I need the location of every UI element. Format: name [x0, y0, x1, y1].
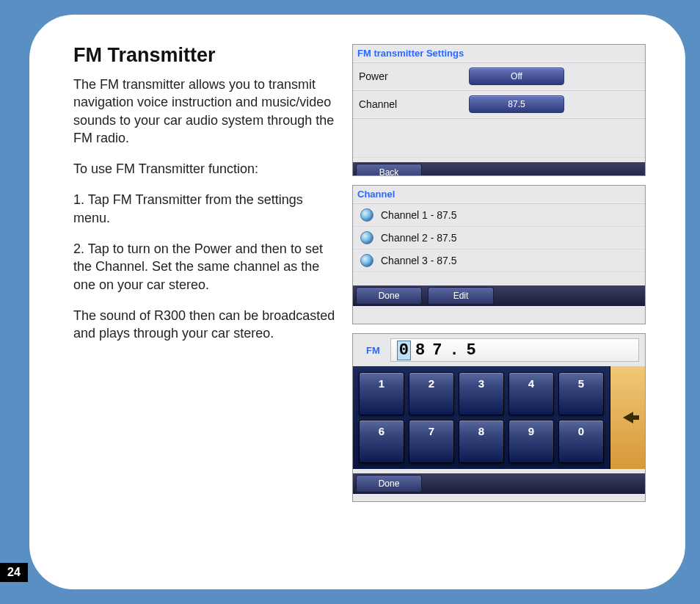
channel-item-label: Channel 1 - 87.5	[381, 209, 457, 221]
fm-settings-panel: FM transmitter Settings Power Off Channe…	[352, 44, 646, 176]
channel-item-label: Channel 3 - 87.5	[381, 255, 457, 266]
edit-button[interactable]: Edit	[428, 287, 494, 305]
keypad-bottom-bar: Done	[353, 473, 645, 494]
channel-label: Channel	[359, 98, 462, 110]
result-paragraph: The sound of R300 then can be broadcaste…	[73, 307, 338, 343]
done-button[interactable]: Done	[356, 287, 422, 305]
fm-settings-title: FM transmitter Settings	[353, 45, 645, 62]
key-3[interactable]: 3	[459, 372, 504, 415]
settings-bottom-bar: Back	[353, 162, 645, 176]
page-number: 24	[0, 563, 28, 582]
key-0[interactable]: 0	[558, 420, 604, 463]
key-2[interactable]: 2	[409, 372, 454, 415]
key-6[interactable]: 6	[359, 420, 404, 463]
instructions-lead: To use FM Transmitter function:	[73, 160, 338, 178]
radio-icon	[360, 208, 373, 222]
key-5[interactable]: 5	[558, 372, 604, 415]
channel-list-panel: Channel Channel 1 - 87.5 Channel 2 - 87.…	[352, 185, 646, 324]
backspace-button[interactable]	[610, 366, 645, 469]
step-1: 1. Tap FM Transmitter from the settings …	[73, 191, 338, 227]
key-4[interactable]: 4	[508, 372, 554, 415]
radio-icon	[360, 231, 373, 244]
radio-icon	[360, 254, 373, 267]
channel-list-title: Channel	[353, 186, 645, 203]
power-row: Power Off	[353, 63, 645, 90]
done-button[interactable]: Done	[356, 475, 422, 492]
step-2: 2. Tap to turn on the Power and then to …	[73, 240, 338, 294]
power-toggle-button[interactable]: Off	[469, 68, 564, 85]
key-8[interactable]: 8	[459, 420, 504, 463]
fm-keypad-panel: FM 087.5 1 2 3 4 5 6 7 8 9 0	[352, 333, 646, 502]
fm-label: FM	[359, 345, 380, 356]
key-7[interactable]: 7	[409, 420, 454, 463]
channel-item-label: Channel 2 - 87.5	[381, 232, 457, 244]
fm-display-rest: 87.5	[415, 341, 484, 360]
arrow-left-icon	[623, 412, 633, 423]
back-button[interactable]: Back	[356, 164, 422, 176]
fm-frequency-display: 087.5	[390, 338, 639, 362]
channel-value-button[interactable]: 87.5	[469, 95, 564, 113]
fm-display-highlight-digit: 0	[397, 341, 411, 360]
channel-bottom-bar: Done Edit	[353, 285, 645, 306]
channel-list-item[interactable]: Channel 1 - 87.5	[353, 204, 645, 226]
key-9[interactable]: 9	[508, 420, 554, 463]
page-title: FM Transmitter	[73, 44, 338, 67]
numeric-keypad: 1 2 3 4 5 6 7 8 9 0	[353, 366, 610, 469]
power-label: Power	[359, 70, 462, 82]
key-1[interactable]: 1	[359, 372, 404, 415]
intro-paragraph: The FM transmitter allows you to transmi…	[73, 76, 338, 147]
channel-row: Channel 87.5	[353, 91, 645, 117]
channel-list-item[interactable]: Channel 2 - 87.5	[353, 227, 645, 249]
channel-list-item[interactable]: Channel 3 - 87.5	[353, 250, 645, 272]
